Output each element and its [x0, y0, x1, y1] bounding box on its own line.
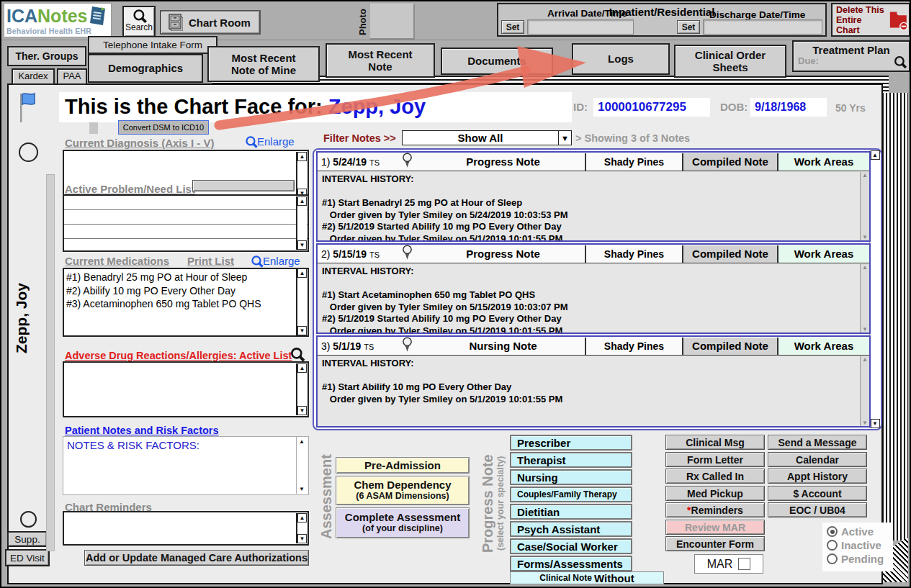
appt-history-button[interactable]: Appt History — [768, 469, 867, 484]
specialty-couples-family-button[interactable]: Couples/Family Therapy — [510, 487, 632, 502]
chart-room-button[interactable]: Chart Room — [160, 10, 261, 35]
note-body[interactable]: INTERVAL HISTORY: #1) Start Abilify 10 m… — [318, 356, 869, 426]
compiled-note-button[interactable]: Compiled Note — [682, 245, 777, 263]
search-button[interactable]: Search — [122, 6, 156, 37]
note-scrollbar[interactable]: ▲▼ — [860, 356, 869, 426]
note-row[interactable]: 1) 5/24/19 TS Progress Note Shady Pines … — [316, 151, 871, 242]
patient-dob-field[interactable]: 9/18/1968 — [750, 98, 827, 117]
convert-dsm-button[interactable]: Convert DSM to ICD10 — [118, 120, 209, 135]
patient-photo-placeholder[interactable] — [370, 4, 415, 40]
pre-admission-button[interactable]: Pre-Admission — [336, 457, 470, 474]
form-letter-button[interactable]: Form Letter — [665, 452, 765, 467]
scroll-up-arrow[interactable]: ▲ — [297, 513, 307, 523]
encounter-form-button[interactable]: Encounter Form — [665, 536, 765, 551]
note-body[interactable]: INTERVAL HISTORY: #1) Start Acetaminophe… — [318, 263, 869, 333]
work-areas-button[interactable]: Work Areas — [777, 153, 869, 171]
specialty-psych-assistant-button[interactable]: Psych Assistant — [510, 521, 632, 537]
tab-most-recent-note-of-mine[interactable]: Most Recent Note of Mine — [207, 46, 320, 82]
active-problem-list-box[interactable]: ▲▼ — [63, 194, 309, 252]
chem-dependency-button[interactable]: Chem Dependency (6 ASAM Dimensions) — [336, 476, 470, 505]
review-mar-button[interactable]: Review MAR — [665, 520, 765, 535]
tab-demographics[interactable]: Demographics — [88, 54, 203, 83]
scroll-down-arrow[interactable]: ▼ — [297, 484, 307, 494]
tab-paa[interactable]: PAA — [57, 68, 87, 85]
tab-treatment-plan[interactable]: Treatment Plan Due: — [792, 40, 910, 72]
work-areas-button[interactable]: Work Areas — [777, 245, 869, 263]
ther-groups-button[interactable]: Ther. Groups — [7, 46, 86, 66]
rx-called-in-button[interactable]: Rx Called In — [665, 469, 765, 484]
specialty-nursing-button[interactable]: Nursing — [510, 469, 632, 485]
chart-circle-marker-top[interactable] — [19, 143, 38, 162]
print-list-link[interactable]: Print List — [187, 255, 234, 267]
ed-visit-button[interactable]: ED Visit — [5, 549, 50, 566]
tab-telephone-intake-form[interactable]: Telephone Intake Form — [88, 36, 217, 54]
scroll-down-arrow[interactable]: ▼ — [297, 406, 307, 415]
notes-scroll-down-arrow[interactable]: ▼ — [871, 419, 880, 428]
tab-clinical-order-sheets[interactable]: Clinical Order Sheets — [674, 45, 786, 78]
filter-notes-dropdown[interactable]: Show All ▼ — [402, 130, 572, 145]
note-body[interactable]: INTERVAL HISTORY: #1) Start Benadryl 25 … — [318, 171, 869, 240]
arrival-datetime-input[interactable] — [527, 19, 634, 35]
scroll-up-arrow[interactable]: ▲ — [297, 196, 307, 206]
discharge-datetime-input[interactable] — [703, 19, 822, 35]
patient-notes-risk-box[interactable]: NOTES & RISK FACTORS: — [63, 436, 309, 495]
diagnosis-enlarge-link[interactable]: Enlarge — [246, 135, 295, 148]
supp-button[interactable]: Supp. — [7, 531, 48, 547]
photo-label: Photo — [357, 6, 368, 39]
note-row[interactable]: 2) 5/15/19 TS Progress Note Shady Pines … — [316, 243, 871, 334]
eoc-ub04-button[interactable]: EOC / UB04 — [768, 502, 867, 517]
specialty-case-social-worker-button[interactable]: Case/Social Worker — [510, 538, 632, 554]
status-option-pending[interactable]: Pending — [827, 553, 893, 565]
treatment-plan-search-icon[interactable] — [894, 56, 905, 67]
send-a-message-button[interactable]: Send a Message — [768, 435, 867, 450]
medications-enlarge-link[interactable]: Enlarge — [252, 255, 300, 267]
problem-list-button[interactable] — [192, 180, 295, 191]
specialty-therapist-button[interactable]: Therapist — [510, 452, 632, 468]
adverse-drug-reactions-box[interactable]: ▲▼ — [63, 361, 309, 417]
reminders-button[interactable]: *Reminders — [665, 502, 765, 517]
chart-reminders-box[interactable]: ▲▼ — [63, 511, 309, 546]
complete-assessment-button[interactable]: Complete Assessment (of your discipline) — [336, 507, 470, 538]
status-option-inactive[interactable]: Inactive — [827, 539, 893, 551]
clinical-note-without-button[interactable]: Clinical Note Without — [510, 571, 664, 584]
arrival-set-button[interactable]: Set — [501, 20, 524, 34]
tab-logs[interactable]: Logs — [572, 43, 670, 75]
specialty-prescriber-button[interactable]: Prescriber — [510, 435, 632, 451]
compiled-note-button[interactable]: Compiled Note — [682, 338, 777, 355]
work-areas-button[interactable]: Work Areas — [777, 338, 869, 355]
patient-notes-risk-label[interactable]: Patient Notes and Risk Factors — [65, 425, 219, 436]
scroll-up-arrow[interactable]: ▲ — [297, 268, 307, 278]
delete-chart-button[interactable]: Delete This Entire Chart — [831, 3, 910, 37]
scroll-up-arrow[interactable]: ▲ — [297, 363, 307, 373]
managed-care-button[interactable]: Add or Update Managed Care Authorization… — [84, 550, 309, 566]
adr-search-icon[interactable] — [291, 348, 303, 360]
left-column-scroll-track[interactable] — [46, 174, 55, 551]
mar-checkbox[interactable] — [738, 558, 750, 570]
scroll-down-arrow[interactable]: ▼ — [297, 534, 307, 543]
specialty-forms-assessments-button[interactable]: Forms/Assessments — [510, 556, 632, 571]
scroll-up-arrow[interactable]: ▲ — [297, 437, 307, 446]
patient-id-field[interactable]: 1000010677295 — [593, 98, 710, 117]
status-option-active[interactable]: Active — [827, 525, 893, 538]
tab-kardex[interactable]: Kardex — [12, 68, 55, 85]
scroll-down-arrow[interactable]: ▼ — [297, 240, 307, 250]
adverse-drug-reactions-label[interactable]: Adverse Drug Reactions/Allergies: Active… — [65, 350, 292, 361]
tab-documents[interactable]: Documents — [441, 48, 553, 75]
med-pickup-button[interactable]: Med Pickup — [665, 486, 765, 501]
clinical-msg-button[interactable]: Clinical Msg — [665, 435, 765, 450]
calendar-button[interactable]: Calendar — [768, 452, 867, 467]
discharge-set-button[interactable]: Set — [677, 20, 700, 34]
specialty-dietitian-button[interactable]: Dietitian — [510, 504, 632, 520]
chart-circle-marker-bottom[interactable] — [20, 511, 37, 528]
note-scrollbar[interactable]: ▲▼ — [860, 264, 869, 333]
current-medications-box[interactable]: #1) Benadryl 25 mg PO at Hour of Sleep #… — [63, 268, 309, 337]
note-row[interactable]: 3) 5/1/19 TS Nursing Note Shady Pines Co… — [316, 335, 871, 428]
tab-most-recent-note[interactable]: Most Recent Note — [326, 43, 435, 78]
account-button[interactable]: $ Account — [768, 486, 867, 501]
notes-scroll-up-arrow[interactable]: ▲ — [871, 150, 880, 160]
scroll-down-arrow[interactable]: ▼ — [297, 326, 307, 335]
chart-flag-icon[interactable] — [19, 92, 37, 124]
compiled-note-button[interactable]: Compiled Note — [682, 153, 777, 171]
note-scrollbar[interactable]: ▲▼ — [860, 172, 869, 240]
scroll-up-arrow[interactable]: ▲ — [297, 152, 307, 161]
